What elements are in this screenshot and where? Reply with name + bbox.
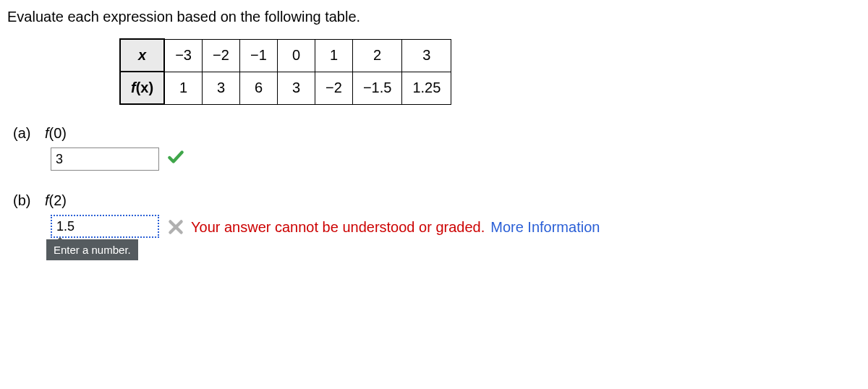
- table-cell: −1: [239, 39, 277, 72]
- table-cell: −2: [202, 39, 239, 72]
- part-a-label: (a) f(0): [13, 125, 67, 142]
- table-cell: −3: [164, 39, 202, 72]
- table-cell: 0: [277, 39, 315, 72]
- function-table: x −3 −2 −1 0 1 2 3 f(x) 1 3 6 3 −2 −1.5 …: [119, 38, 861, 105]
- cross-icon: [166, 218, 185, 236]
- table-cell: 1: [315, 39, 352, 72]
- row-header-fx: f(x): [120, 72, 164, 104]
- table-cell: 2: [352, 39, 401, 72]
- part-b-label: (b) f(2): [13, 192, 67, 209]
- table-cell: −1.5: [352, 72, 401, 104]
- more-info-link[interactable]: More Information: [490, 219, 600, 236]
- input-tooltip: Enter a number.: [46, 239, 138, 260]
- table-row-fx: f(x) 1 3 6 3 −2 −1.5 1.25: [120, 72, 451, 104]
- answer-input-b[interactable]: [51, 215, 159, 238]
- table-row-x: x −3 −2 −1 0 1 2 3: [120, 39, 451, 72]
- question-prompt: Evaluate each expression based on the fo…: [7, 9, 861, 25]
- table-cell: 3: [402, 39, 451, 72]
- table-cell: 3: [277, 72, 315, 104]
- part-b: (b) f(2) Enter a number. Your answer can…: [7, 192, 861, 238]
- error-message: Your answer cannot be understood or grad…: [191, 219, 485, 236]
- table-cell: 1: [164, 72, 202, 104]
- answer-input-a[interactable]: [51, 148, 159, 171]
- table-cell: 3: [202, 72, 239, 104]
- check-icon: [166, 148, 185, 166]
- part-a: (a) f(0): [7, 125, 861, 171]
- table-cell: 1.25: [402, 72, 451, 104]
- table-cell: −2: [315, 72, 352, 104]
- row-header-x: x: [120, 39, 164, 72]
- table-cell: 6: [239, 72, 277, 104]
